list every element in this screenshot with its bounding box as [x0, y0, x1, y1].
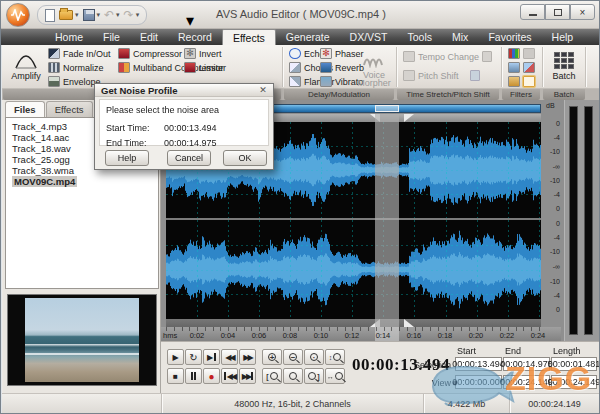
- group-label-filters: Filters: [502, 89, 540, 100]
- minimize-button[interactable]: [520, 4, 545, 20]
- selection-strip-bottom[interactable]: [166, 319, 541, 327]
- cancel-button[interactable]: Cancel: [167, 150, 211, 166]
- filter-lowpass-icon[interactable]: [508, 62, 520, 73]
- rewind-button[interactable]: ◀◀: [221, 349, 238, 365]
- selection-end-marker-icon[interactable]: [404, 319, 414, 327]
- ruler-tick-label: 0:08: [278, 331, 302, 340]
- window-title: AVS Audio Editor ( MOV09C.mp4 ): [1, 8, 600, 20]
- tab-files[interactable]: Files: [5, 101, 45, 117]
- filter-bandpass-icon[interactable]: [508, 48, 520, 59]
- ok-button[interactable]: OK: [223, 150, 267, 166]
- zoom-in-button[interactable]: +: [262, 349, 282, 365]
- record-icon: ●: [208, 371, 214, 382]
- tab-file[interactable]: File: [93, 29, 130, 45]
- loop-play-button[interactable]: ↻: [185, 349, 202, 365]
- zoom-full-button[interactable]: ]: [304, 368, 324, 384]
- zoom-to-selection-button[interactable]: [: [262, 368, 282, 384]
- amplify-icon: [14, 49, 38, 71]
- pitch-shift-button[interactable]: Pitch Shift: [403, 69, 492, 82]
- waveform-channel-right[interactable]: [166, 220, 541, 319]
- ruler-tick-label: 0:20: [464, 331, 488, 340]
- ruler-tick-label: 0:12: [340, 331, 364, 340]
- db-tick-label: -∞: [544, 263, 560, 270]
- selection-length-field[interactable]: 00:00:01.481: [551, 357, 597, 371]
- tab-dxvst[interactable]: DX/VST: [340, 29, 398, 45]
- view-length-field[interactable]: 00:00:24.149: [551, 375, 597, 389]
- dialog-body: Please select the noise area Start Time:…: [99, 99, 269, 146]
- zoom-vertical-in-button[interactable]: ↕: [325, 349, 345, 365]
- invert-button[interactable]: ✻ Invert: [184, 47, 226, 60]
- zoom-normal-button[interactable]: [283, 368, 303, 384]
- batch-button[interactable]: Batch: [547, 46, 581, 88]
- view-start-field[interactable]: 00:00:00.000: [455, 375, 502, 389]
- help-button[interactable]: Help: [105, 150, 149, 166]
- tab-record[interactable]: Record: [168, 29, 222, 45]
- level-meters: [564, 100, 599, 341]
- db-tick-label: -∞: [544, 163, 560, 170]
- fade-in-out-button[interactable]: Fade In/Out: [48, 47, 111, 60]
- zoom-out-button[interactable]: −: [283, 349, 303, 365]
- group-label-delay-modulation: Delay/Modulation: [284, 89, 394, 100]
- time-ruler[interactable]: hms 0:02 0:04 0:06 0:08 0:10 0:12 0:14 0…: [161, 327, 561, 341]
- column-header-end: End: [505, 346, 552, 356]
- tab-edit[interactable]: Edit: [130, 29, 168, 45]
- ruler-tick-label: 0:02: [185, 331, 209, 340]
- db-tick-label: -10: [544, 278, 560, 285]
- view-end-field[interactable]: 00:00:24.149: [503, 375, 550, 389]
- zoom-selection-button[interactable]: ·: [304, 349, 324, 365]
- play-to-end-button[interactable]: ▶: [203, 349, 220, 365]
- vibrato-icon: [320, 76, 332, 87]
- db-tick-label: 0: [544, 306, 560, 313]
- status-format: 48000 Hz, 16-bit, 2 Channels: [161, 394, 423, 414]
- tempo-change-button[interactable]: Tempo Change: [403, 50, 492, 63]
- filter-notch-icon[interactable]: [523, 48, 535, 59]
- fast-forward-button[interactable]: ▶▶: [239, 349, 256, 365]
- selection-end-field[interactable]: 00:00:14.975: [503, 357, 550, 371]
- dialog-close-icon[interactable]: ✕: [257, 85, 269, 96]
- voice-morpher-button[interactable]: Voice Morpher: [353, 46, 395, 88]
- transport-bar: ▶ ↻ ▶ ◀◀ ▶▶ ■ ● ◀◀ ▶▶ + − · ↕ [ ] ↔ 00:0…: [161, 341, 599, 393]
- invert-icon: ✻: [184, 48, 196, 59]
- selection-start-field[interactable]: 00:00:13.494: [455, 357, 502, 371]
- pause-button[interactable]: [185, 368, 202, 384]
- zoom-vertical-out-icon: [335, 372, 343, 380]
- level-meter-right: [584, 106, 593, 335]
- waveform-selection-overlay[interactable]: [375, 114, 399, 327]
- tab-mix[interactable]: Mix: [442, 29, 478, 45]
- normalize-button[interactable]: Normalize: [48, 61, 111, 74]
- stop-button[interactable]: ■: [167, 368, 184, 384]
- level-meter-left: [569, 106, 578, 335]
- dialog-title[interactable]: Get Noise Profile: [95, 84, 273, 97]
- list-item-selected[interactable]: MOV09C.mp4: [12, 176, 158, 187]
- maximize-button[interactable]: [545, 4, 570, 20]
- tab-generate[interactable]: Generate: [276, 29, 340, 45]
- tempo-options-icon: [482, 51, 492, 62]
- selection-end-marker-icon[interactable]: [404, 114, 414, 122]
- skip-to-end-button[interactable]: ▶▶: [239, 368, 256, 384]
- skip-to-start-button[interactable]: ◀◀: [221, 368, 238, 384]
- tab-home[interactable]: Home: [45, 29, 93, 45]
- zoom-vertical-out-button[interactable]: ↔: [325, 368, 345, 384]
- close-button[interactable]: ×: [570, 4, 595, 20]
- amplify-button[interactable]: Amplify: [7, 46, 45, 88]
- filter-noise-removal-icon[interactable]: [523, 76, 535, 87]
- stop-icon: ■: [173, 372, 178, 381]
- flanger-icon: [289, 76, 301, 87]
- zoom-vertical-in-icon: [333, 353, 341, 361]
- start-time-label: Start Time:: [106, 123, 150, 133]
- filter-highpass-icon[interactable]: [523, 62, 535, 73]
- tab-effects[interactable]: Effects: [222, 29, 276, 45]
- filter-fft-icon[interactable]: [508, 76, 520, 87]
- tab-effects-panel[interactable]: Effects: [46, 101, 93, 117]
- limiter-button[interactable]: Limiter: [184, 61, 226, 74]
- avs-audio-editor-window: ▾ ▾ ↶▾ ↷▾ ▾ AVS Audio Editor ( MOV09C.mp…: [0, 0, 600, 414]
- video-preview-frame: [7, 294, 157, 386]
- overview-selection-marker[interactable]: [375, 105, 399, 112]
- pause-icon: [191, 372, 193, 380]
- record-button[interactable]: ●: [203, 368, 220, 384]
- play-button[interactable]: ▶: [167, 349, 184, 365]
- db-tick-label: -4: [544, 134, 560, 141]
- tab-help[interactable]: Help: [542, 29, 584, 45]
- tab-favorites[interactable]: Favorites: [478, 29, 541, 45]
- tab-tools[interactable]: Tools: [398, 29, 443, 45]
